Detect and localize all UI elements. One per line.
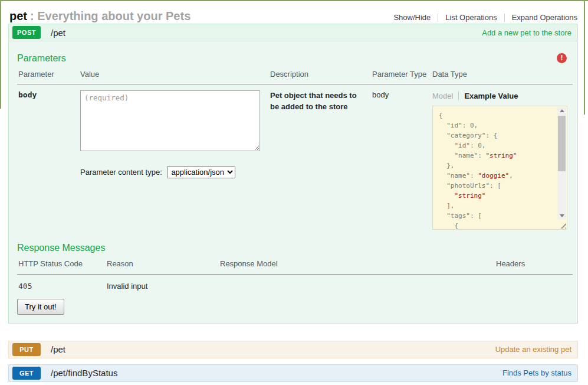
response-messages-table: HTTP Status Code Reason Response Model H… [17, 253, 573, 290]
col-value: Value [79, 64, 269, 84]
example-value-snippet[interactable]: { "id": 0, "category": { "id": 0, "name"… [432, 106, 567, 230]
list-operations-link[interactable]: List Operations [445, 13, 497, 22]
operation-get-findbystatus: GET /pet/findByStatus Finds Pets by stat… [8, 364, 578, 382]
scroll-up-button[interactable] [557, 107, 566, 115]
page-header: pet: Everything about your Pets Show/Hid… [0, 0, 588, 24]
put-method-badge[interactable]: PUT [12, 343, 41, 356]
response-headers-cell [495, 274, 573, 291]
parameters-heading: Parameters [17, 53, 66, 64]
col-description: Description [269, 64, 371, 84]
col-data-type: Data Type [431, 64, 573, 84]
response-row-405: 405 Invalid input [17, 274, 573, 291]
parameter-description: Pet object that needs to be added to the… [270, 90, 369, 113]
frame-border-right [584, 0, 585, 115]
post-operation-content: Parameters ! Parameter Value Description… [8, 41, 578, 324]
expand-operations-link[interactable]: Expand Operations [512, 13, 577, 22]
frame-border-left [0, 0, 1, 109]
put-summary-link[interactable]: Update an existing pet [495, 345, 571, 354]
parameters-header-row: Parameter Value Description Parameter Ty… [17, 64, 573, 84]
response-status-code: 405 [17, 274, 106, 291]
nav-divider [438, 14, 438, 22]
tab-example-value[interactable]: Example Value [464, 92, 518, 100]
data-type-tabs: Model Example Value [432, 92, 570, 100]
resource-description: : Everything about your Pets [30, 9, 190, 22]
show-hide-link[interactable]: Show/Hide [393, 13, 431, 22]
scroll-down-icon [560, 214, 564, 217]
scroll-up-icon [560, 109, 564, 112]
content-type-row: Parameter content type: application/json [80, 166, 267, 178]
post-path-link[interactable]: /pet [51, 28, 65, 38]
parameter-name: body [18, 90, 37, 99]
content-type-label: Parameter content type: [80, 168, 162, 177]
parameters-section-head: Parameters ! [17, 53, 571, 64]
page-title: pet: Everything about your Pets [9, 9, 190, 24]
get-path-link[interactable]: /pet/findByStatus [51, 368, 117, 378]
resource-name: pet [9, 9, 27, 22]
content-type-select[interactable]: application/json [167, 166, 235, 178]
col-http-status-code: HTTP Status Code [17, 253, 106, 274]
tab-divider [458, 92, 459, 100]
example-value-code: { "id": 0, "category": { "id": 0, "name"… [439, 110, 567, 230]
response-model-cell [219, 274, 495, 291]
response-reason: Invalid input [106, 274, 219, 291]
col-reason: Reason [106, 253, 219, 274]
response-messages-heading: Response Messages [17, 243, 571, 253]
post-method-badge[interactable]: POST [12, 26, 41, 39]
col-parameter: Parameter [17, 64, 79, 84]
responses-header-row: HTTP Status Code Reason Response Model H… [17, 253, 573, 274]
put-operation-heading[interactable]: PUT /pet Update an existing pet [8, 341, 578, 358]
get-summary-link[interactable]: Finds Pets by status [502, 368, 571, 377]
body-parameter-input[interactable] [80, 90, 260, 151]
put-path-link[interactable]: /pet [51, 344, 65, 354]
operation-put-pet: PUT /pet Update an existing pet [8, 341, 578, 358]
operation-post-pet: POST /pet Add a new pet to the store Par… [8, 24, 578, 324]
nav-divider [504, 14, 505, 22]
col-headers: Headers [495, 253, 573, 274]
col-response-model: Response Model [219, 253, 495, 274]
frame-border-top [0, 0, 588, 1]
post-summary-link[interactable]: Add a new pet to the store [482, 28, 571, 37]
get-method-badge[interactable]: GET [12, 367, 41, 380]
get-operation-heading[interactable]: GET /pet/findByStatus Finds Pets by stat… [8, 364, 578, 382]
scroll-down-button[interactable] [557, 212, 566, 220]
resource-options-nav: Show/Hide List Operations Expand Operati… [393, 13, 577, 22]
snippet-scrollbar[interactable] [557, 107, 566, 220]
tab-model[interactable]: Model [432, 92, 453, 100]
parameter-row-body: body Parameter content type: application… [17, 84, 573, 230]
scrollbar-thumb[interactable] [558, 116, 566, 171]
col-parameter-type: Parameter Type [371, 64, 431, 84]
post-operation-heading[interactable]: POST /pet Add a new pet to the store [8, 24, 578, 41]
try-it-out-button[interactable]: Try it out! [17, 299, 64, 315]
parameters-table: Parameter Value Description Parameter Ty… [17, 64, 573, 230]
validation-error-icon: ! [557, 53, 567, 63]
parameter-type-value: body [372, 90, 389, 99]
